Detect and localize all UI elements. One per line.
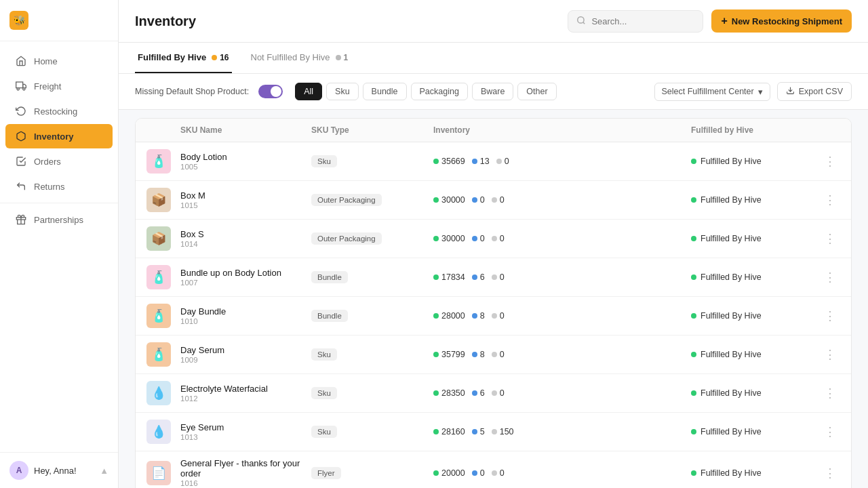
table-row[interactable]: 📄 General Flyer - thanks for your order …: [136, 451, 851, 488]
missing-toggle[interactable]: [258, 85, 283, 98]
inv-green-dot: [433, 429, 439, 434]
row-more-button[interactable]: ⋮: [820, 307, 840, 325]
inv-blue-val: 8: [472, 350, 485, 359]
row-more-button[interactable]: ⋮: [820, 384, 840, 402]
product-thumb-char: 🧴: [151, 308, 166, 323]
tab-fulfilled[interactable]: Fulfilled By Hive 16: [135, 43, 232, 73]
fulfilled-text: Fulfilled By Hive: [701, 350, 762, 359]
svg-point-3: [23, 88, 25, 90]
fulfilled-dot: [691, 470, 696, 476]
product-cell: Bundle up on Body Lotion 1007: [180, 268, 311, 287]
table-body: 🧴 Body Lotion 1005 Sku 35669 13 0: [136, 142, 851, 488]
user-greeting: Hey, Anna!: [34, 466, 77, 476]
filters-row: Missing Default Shop Product: All Sku Bu…: [119, 74, 868, 110]
new-shipment-button[interactable]: + New Restocking Shipment: [711, 9, 852, 33]
sidebar-item-home[interactable]: Home: [5, 49, 113, 73]
inv-gray-dot: [492, 313, 497, 319]
product-image: 🧴: [146, 304, 171, 328]
product-name: Body Lotion: [180, 152, 227, 162]
row-more-button[interactable]: ⋮: [820, 152, 840, 170]
tab-fulfilled-badge: 16: [212, 53, 229, 62]
sidebar-item-freight[interactable]: Freight: [5, 74, 113, 98]
orders-icon: [15, 155, 27, 167]
inv-blue-val: 8: [472, 311, 485, 321]
product-info: Box M 1015: [180, 190, 205, 209]
filter-sku[interactable]: Sku: [326, 83, 359, 100]
inv-gray-dot: [492, 470, 497, 476]
product-thumb: 🧴: [146, 149, 180, 174]
inventory-cell: 30000 0 0: [433, 195, 691, 205]
product-sku: 1005: [180, 163, 227, 171]
inv-green-val: 28160: [433, 427, 465, 436]
fulfillment-center-select[interactable]: Select Fulfillment Center ▾: [654, 83, 770, 101]
sidebar-item-inventory[interactable]: Inventory: [5, 124, 113, 148]
fulfilled-text: Fulfilled By Hive: [701, 272, 762, 282]
filter-other[interactable]: Other: [517, 83, 556, 100]
search-icon: [576, 16, 586, 27]
row-more-button[interactable]: ⋮: [820, 191, 840, 209]
product-name: Eye Serum: [180, 422, 224, 432]
fulfilled-status: Fulfilled By Hive: [691, 350, 762, 359]
filter-packaging[interactable]: Packaging: [411, 83, 468, 100]
inv-gray-dot: [492, 274, 497, 280]
sidebar-item-returns[interactable]: Returns: [5, 174, 113, 199]
fulfilled-status: Fulfilled By Hive: [691, 468, 762, 478]
product-name: Electrolyte Waterfacial: [180, 384, 268, 394]
inventory-cell: 28350 6 0: [433, 388, 691, 398]
inv-blue-dot: [472, 197, 477, 203]
chevron-up-icon[interactable]: ▲: [100, 466, 108, 476]
product-thumb: 📦: [146, 226, 180, 251]
filter-bundle[interactable]: Bundle: [363, 83, 407, 100]
product-cell: Box M 1015: [180, 190, 311, 209]
table-row[interactable]: 📦 Box S 1014 Outer Packaging 30000 0 0: [136, 220, 851, 258]
inv-gray-val: 0: [492, 272, 505, 282]
sidebar-item-restocking[interactable]: Restocking: [5, 99, 113, 123]
row-more-button[interactable]: ⋮: [820, 464, 840, 482]
fulfilled-cell: Fulfilled By Hive ⋮: [691, 384, 840, 402]
tab-not-fulfilled[interactable]: Not Fulfilled By Hive 1: [248, 43, 351, 73]
product-cell: Eye Serum 1013: [180, 422, 311, 441]
col-inventory: Inventory: [433, 125, 691, 135]
sidebar-item-label: Returns: [34, 182, 65, 192]
inv-green-dot: [433, 390, 439, 396]
row-more-button[interactable]: ⋮: [820, 268, 840, 286]
search-box[interactable]: [568, 10, 703, 33]
toggle-slider: [258, 85, 283, 98]
row-more-button[interactable]: ⋮: [820, 230, 840, 247]
col-fulfilled: Fulfilled by Hive: [691, 125, 840, 135]
filter-all[interactable]: All: [295, 83, 322, 100]
avatar: A: [9, 461, 28, 480]
fulfilled-dot: [691, 274, 696, 280]
product-sku: 1013: [180, 433, 224, 441]
inv-green-val: 20000: [433, 468, 465, 478]
row-more-button[interactable]: ⋮: [820, 346, 840, 363]
filter-bware[interactable]: Bware: [472, 83, 513, 100]
table-row[interactable]: 🧴 Day Bundle 1010 Bundle 28000 8 0: [136, 297, 851, 336]
row-more-button[interactable]: ⋮: [820, 423, 840, 441]
sidebar-item-orders[interactable]: Orders: [5, 149, 113, 174]
product-cell: Day Bundle 1010: [180, 306, 311, 325]
col-thumb: [146, 125, 180, 135]
inv-gray-dot: [492, 352, 497, 357]
sidebar-item-partnerships[interactable]: Partnerships: [5, 207, 113, 232]
sku-type-cell: Bundle: [311, 310, 433, 322]
fulfilled-cell: Fulfilled By Hive ⋮: [691, 152, 840, 170]
table-row[interactable]: 💧 Eye Serum 1013 Sku 28160 5 150: [136, 413, 851, 451]
table-row[interactable]: 💧 Electrolyte Waterfacial 1012 Sku 28350…: [136, 374, 851, 413]
inv-gray-dot: [492, 236, 497, 241]
table-row[interactable]: 🧴 Day Serum 1009 Sku 35799 8 0: [136, 336, 851, 374]
inv-blue-dot: [472, 159, 477, 164]
product-image: 🧴: [146, 265, 171, 289]
export-csv-button[interactable]: Export CSV: [777, 82, 852, 101]
table-row[interactable]: 📦 Box M 1015 Outer Packaging 30000 0 0: [136, 181, 851, 220]
table-row[interactable]: 🧴 Body Lotion 1005 Sku 35669 13 0: [136, 142, 851, 181]
product-image: 📦: [146, 226, 171, 251]
fulfilled-dot: [691, 352, 696, 357]
fulfilled-status: Fulfilled By Hive: [691, 272, 762, 282]
sku-type-badge: Bundle: [311, 310, 348, 322]
search-input[interactable]: [591, 16, 694, 26]
fulfillment-center-label: Select Fulfillment Center: [662, 87, 754, 96]
inv-blue-val: 0: [472, 468, 485, 478]
table-row[interactable]: 🧴 Bundle up on Body Lotion 1007 Bundle 1…: [136, 258, 851, 297]
sku-type-badge: Sku: [311, 348, 337, 361]
